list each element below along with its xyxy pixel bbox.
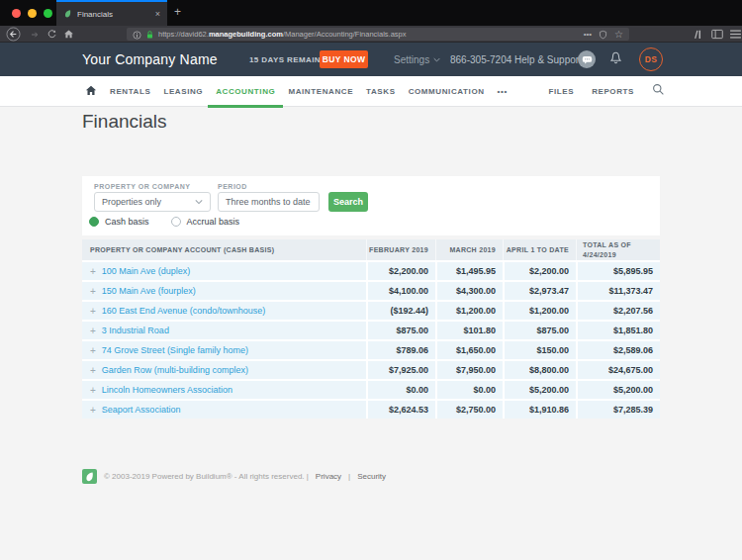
nav-item-tasks[interactable]: TASKS [366,87,396,96]
value-cell: $0.00 [435,381,503,399]
property-link[interactable]: 100 Main Ave (duplex) [102,266,190,276]
property-link[interactable]: Lincoln Homeowners Association [102,385,232,395]
nav-item-files[interactable]: FILES [548,87,574,96]
nav-item-accounting[interactable]: ACCOUNTING [216,87,275,96]
browser-tab[interactable]: Financials × [56,0,167,26]
nav-item-rentals[interactable]: RENTALS [110,87,150,96]
property-select[interactable]: Properties only [94,192,211,212]
value-cell: $2,200.00 [503,262,576,280]
bookmark-star-icon[interactable]: ☆ [614,30,623,40]
expand-plus-icon[interactable]: + [90,326,96,336]
value-cell: $2,750.00 [435,401,503,419]
shield-icon[interactable] [599,26,607,44]
settings-menu[interactable]: Settings [394,54,440,65]
buildium-logo-icon [82,469,97,484]
search-button[interactable]: Search [328,192,368,212]
search-icon[interactable] [652,82,665,100]
page-actions-icon[interactable]: ••• [584,31,592,39]
url-text: https://david62.managebuilding.com/Manag… [158,30,407,39]
table-row: +Seaport Association $2,624.53 $2,750.00… [82,399,660,419]
table-row: +Garden Row (multi-building complex) $7,… [82,359,660,379]
buy-now-button[interactable]: BUY NOW [320,50,368,68]
expand-plus-icon[interactable]: + [90,306,96,317]
value-cell: $0.00 [366,381,435,399]
table-header-row: PROPERTY OR COMPANY ACCOUNT (CASH BASIS)… [82,239,660,260]
sidebar-icon[interactable] [709,27,724,42]
tab-title: Financials [77,10,150,19]
home-icon[interactable] [61,27,76,42]
privacy-link[interactable]: Privacy [316,472,341,481]
property-link[interactable]: 3 Industrial Road [102,326,169,335]
library-icon[interactable] [691,27,705,42]
tab-close-icon[interactable]: × [155,9,160,19]
window-close-button[interactable] [12,9,21,18]
page-title: Financials [82,111,167,133]
col-header-february: FEBRUARY 2019 [366,239,435,260]
avatar[interactable]: DS [639,47,663,71]
security-link[interactable]: Security [357,472,386,481]
company-name: Your Company Name [82,51,218,67]
nav-item-reports[interactable]: REPORTS [592,87,634,96]
chat-icon[interactable] [578,50,596,68]
expand-plus-icon[interactable]: + [90,286,96,297]
nav-home-icon[interactable] [85,82,97,100]
browser-tab-bar: Financials × + [0,0,742,26]
col-header-total: TOTAL AS OF 4/24/2019 [576,239,660,260]
property-link[interactable]: 74 Grove Street (Single family home) [102,345,248,355]
expand-plus-icon[interactable]: + [90,345,96,356]
window-zoom-button[interactable] [44,9,52,18]
property-link[interactable]: Seaport Association [102,405,181,415]
table-row: +160 East End Avenue (condo/townhouse) (… [82,300,660,320]
value-cell: $5,200.00 [576,381,660,399]
col-header-property: PROPERTY OR COMPANY ACCOUNT (CASH BASIS) [82,239,366,260]
expand-plus-icon[interactable]: + [90,365,96,376]
value-cell: $2,207.56 [576,302,660,320]
url-bar[interactable]: https://david62.managebuilding.com/Manag… [127,28,629,41]
accrual-basis-radio[interactable] [171,217,181,227]
nav-item-maintenance[interactable]: MAINTENANCE [288,87,353,96]
menu-icon[interactable] [728,27,742,42]
financials-table: PROPERTY OR COMPANY ACCOUNT (CASH BASIS)… [82,239,660,419]
info-icon[interactable] [133,26,141,44]
table-row: +100 Main Ave (duplex) $2,200.00 $1,495.… [82,260,660,280]
window-minimize-button[interactable] [28,9,37,18]
value-cell: $7,950.00 [435,361,503,379]
col-header-april: APRIL 1 TO DATE [503,239,576,260]
property-link[interactable]: Garden Row (multi-building complex) [102,365,248,375]
forward-icon[interactable] [27,27,42,42]
value-cell: $1,650.00 [435,341,503,359]
expand-plus-icon[interactable]: + [90,266,96,277]
value-cell: $2,973.47 [503,282,576,300]
buildium-favicon-leaf-icon [63,5,72,23]
period-filter-label: PERIOD [218,183,247,190]
expand-plus-icon[interactable]: + [90,385,96,396]
col-header-march: MARCH 2019 [435,239,503,260]
nav-item-communication[interactable]: COMMUNICATION [409,87,485,96]
expand-plus-icon[interactable]: + [90,405,96,416]
value-cell: $2,200.00 [366,262,435,280]
value-cell: $875.00 [503,322,576,339]
new-tab-icon[interactable]: + [174,5,181,19]
value-cell: $5,895.95 [576,262,660,280]
cash-basis-radio[interactable] [89,217,99,227]
value-cell: $11,373.47 [576,282,660,300]
back-icon[interactable] [6,27,21,42]
copyright-text: © 2003-2019 Powered by Buildium® - All r… [104,472,309,481]
period-select[interactable]: Three months to date [218,192,320,212]
chevron-down-icon [311,199,312,205]
value-cell: $24,675.00 [576,361,660,379]
chevron-down-icon [195,199,203,205]
chevron-down-icon [433,57,440,62]
nav-more-icon[interactable]: ••• [498,87,508,96]
property-link[interactable]: 160 East End Avenue (condo/townhouse) [102,306,265,316]
value-cell: $875.00 [366,322,435,339]
property-link[interactable]: 150 Main Ave (fourplex) [102,286,196,296]
help-support-menu[interactable]: 866-305-7204 Help & Support [450,54,593,65]
nav-item-leasing[interactable]: LEASING [163,87,203,96]
value-cell: $8,800.00 [503,361,576,379]
value-cell: ($192.44) [366,302,435,320]
filter-panel: PROPERTY OR COMPANY Properties only PERI… [82,176,660,235]
app-header: Your Company Name 15 DAYS REMAINING BUY … [0,43,742,76]
bell-icon[interactable] [609,51,622,69]
reload-icon[interactable] [45,27,59,42]
